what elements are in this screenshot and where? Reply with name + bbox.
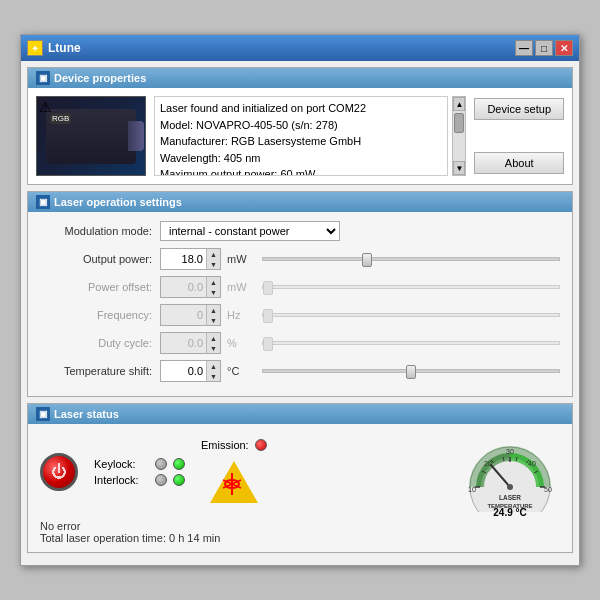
- laser-status-title: Laser status: [54, 408, 119, 420]
- settings-body: Modulation mode: internal - constant pow…: [28, 212, 572, 396]
- output-power-up[interactable]: ▲: [207, 249, 220, 259]
- titlebar-buttons: — □ ✕: [515, 40, 573, 56]
- scroll-down-arrow[interactable]: ▼: [453, 161, 465, 175]
- scroll-thumb[interactable]: [454, 113, 464, 133]
- frequency-thumb: [263, 309, 273, 323]
- duty-cycle-slider: [262, 341, 560, 345]
- temp-shift-input[interactable]: 0.0: [161, 361, 206, 381]
- device-buttons: Device setup About: [474, 96, 564, 176]
- device-info-line-3: Manufacturer: RGB Lasersysteme GmbH: [160, 133, 442, 150]
- output-power-arrows[interactable]: ▲ ▼: [206, 249, 220, 269]
- power-icon: ⏻: [51, 463, 67, 481]
- power-offset-up: ▲: [207, 277, 220, 287]
- laser-settings-panel: ▣ Laser operation settings Modulation mo…: [27, 191, 573, 397]
- duty-cycle-label: Duty cycle:: [40, 337, 160, 349]
- device-setup-button[interactable]: Device setup: [474, 98, 564, 120]
- output-power-input[interactable]: 18.0: [161, 249, 206, 269]
- laser-lens: [128, 121, 144, 151]
- laser-settings-header: ▣ Laser operation settings: [28, 192, 572, 212]
- svg-point-21: [507, 484, 513, 490]
- titlebar: ✦ Ltune — □ ✕: [21, 35, 579, 61]
- svg-text:30: 30: [506, 448, 514, 455]
- output-power-thumb[interactable]: [362, 253, 372, 267]
- svg-text:50: 50: [544, 486, 552, 493]
- svg-text:40: 40: [528, 460, 536, 467]
- laser-status-icon: ▣: [36, 407, 50, 421]
- emission-area: Emission:: [201, 439, 267, 505]
- main-content: ▣ Device properties RGB ⚠ Laser found an…: [21, 61, 579, 565]
- device-info-line-5: Maximum output power: 60 mW: [160, 166, 442, 176]
- temp-shift-arrows[interactable]: ▲ ▼: [206, 361, 220, 381]
- device-info-scrollbar[interactable]: ▲ ▼: [452, 96, 466, 176]
- temp-shift-label: Temperature shift:: [40, 365, 160, 377]
- power-offset-thumb: [263, 281, 273, 295]
- about-button[interactable]: About: [474, 152, 564, 174]
- temp-shift-control: 0.0 ▲ ▼ °C: [160, 360, 560, 382]
- interlock-row: Interlock:: [94, 474, 185, 486]
- output-power-label: Output power:: [40, 253, 160, 265]
- emission-row: Emission:: [201, 439, 267, 451]
- laser-image: RGB ⚠: [36, 96, 146, 176]
- output-power-down[interactable]: ▼: [207, 259, 220, 269]
- temp-shift-unit: °C: [227, 365, 252, 377]
- device-properties-title: Device properties: [54, 72, 146, 84]
- output-power-row: Output power: 18.0 ▲ ▼ mW: [40, 248, 560, 270]
- duty-cycle-down: ▼: [207, 343, 220, 353]
- gauge-svg: 10 20 30 40 50 LASER TEMPERATURE: [460, 432, 560, 512]
- power-button[interactable]: ⏻: [40, 453, 78, 491]
- keylock-row: Keylock:: [94, 458, 185, 470]
- no-error-text: No error: [40, 520, 560, 532]
- temp-shift-up[interactable]: ▲: [207, 361, 220, 371]
- power-offset-label: Power offset:: [40, 281, 160, 293]
- interlock-led-2: [173, 474, 185, 486]
- interlock-label: Interlock:: [94, 474, 149, 486]
- modulation-mode-select[interactable]: internal - constant power external - ana…: [160, 221, 340, 241]
- titlebar-left: ✦ Ltune: [27, 40, 81, 56]
- emission-label: Emission:: [201, 439, 249, 451]
- output-power-spinner[interactable]: 18.0 ▲ ▼: [160, 248, 221, 270]
- image-warning-symbol: ⚠: [39, 99, 52, 115]
- keylock-led-1: [155, 458, 167, 470]
- temp-shift-thumb[interactable]: [406, 365, 416, 379]
- duty-cycle-up: ▲: [207, 333, 220, 343]
- power-offset-arrows: ▲ ▼: [206, 277, 220, 297]
- minimize-button[interactable]: —: [515, 40, 533, 56]
- power-offset-input[interactable]: 0.0: [161, 277, 206, 297]
- laser-warning-symbol: [209, 461, 259, 505]
- temp-shift-down[interactable]: ▼: [207, 371, 220, 381]
- scroll-up-arrow[interactable]: ▲: [453, 97, 465, 111]
- device-info-text: Laser found and initialized on port COM2…: [154, 96, 448, 176]
- locks-area: Keylock: Interlock:: [94, 458, 185, 486]
- frequency-unit: Hz: [227, 309, 252, 321]
- close-button[interactable]: ✕: [555, 40, 573, 56]
- duty-cycle-control: 0.0 ▲ ▼ %: [160, 332, 560, 354]
- frequency-up: ▲: [207, 305, 220, 315]
- temp-shift-spinner[interactable]: 0.0 ▲ ▼: [160, 360, 221, 382]
- keylock-led-2: [173, 458, 185, 470]
- status-main-row: ⏻ Keylock: Interlock:: [40, 432, 560, 512]
- power-offset-spinner[interactable]: 0.0 ▲ ▼: [160, 276, 221, 298]
- keylock-label: Keylock:: [94, 458, 149, 470]
- duty-cycle-unit: %: [227, 337, 252, 349]
- temp-shift-slider[interactable]: [262, 369, 560, 373]
- output-power-slider[interactable]: [262, 257, 560, 261]
- device-properties-icon: ▣: [36, 71, 50, 85]
- laser-settings-title: Laser operation settings: [54, 196, 182, 208]
- frequency-input: 0: [161, 305, 206, 325]
- device-info-line-1: Laser found and initialized on port COM2…: [160, 100, 442, 117]
- operation-time-text: Total laser operation time: 0 h 14 min: [40, 532, 560, 544]
- laser-status-panel: ▣ Laser status ⏻ Keylock:: [27, 403, 573, 553]
- device-info-area: RGB ⚠ Laser found and initialized on por…: [28, 88, 572, 184]
- duty-cycle-row: Duty cycle: 0.0 ▲ ▼ %: [40, 332, 560, 354]
- laser-settings-icon: ▣: [36, 195, 50, 209]
- power-offset-row: Power offset: 0.0 ▲ ▼ mW: [40, 276, 560, 298]
- interlock-led-1: [155, 474, 167, 486]
- temp-shift-row: Temperature shift: 0.0 ▲ ▼ °C: [40, 360, 560, 382]
- duty-cycle-spinner: 0.0 ▲ ▼: [160, 332, 221, 354]
- frequency-slider: [262, 313, 560, 317]
- main-window: ✦ Ltune — □ ✕ ▣ Device properties RGB: [20, 34, 580, 566]
- device-properties-panel: ▣ Device properties RGB ⚠ Laser found an…: [27, 67, 573, 185]
- temperature-gauge: 10 20 30 40 50 LASER TEMPERATURE: [460, 432, 560, 512]
- maximize-button[interactable]: □: [535, 40, 553, 56]
- output-power-unit: mW: [227, 253, 252, 265]
